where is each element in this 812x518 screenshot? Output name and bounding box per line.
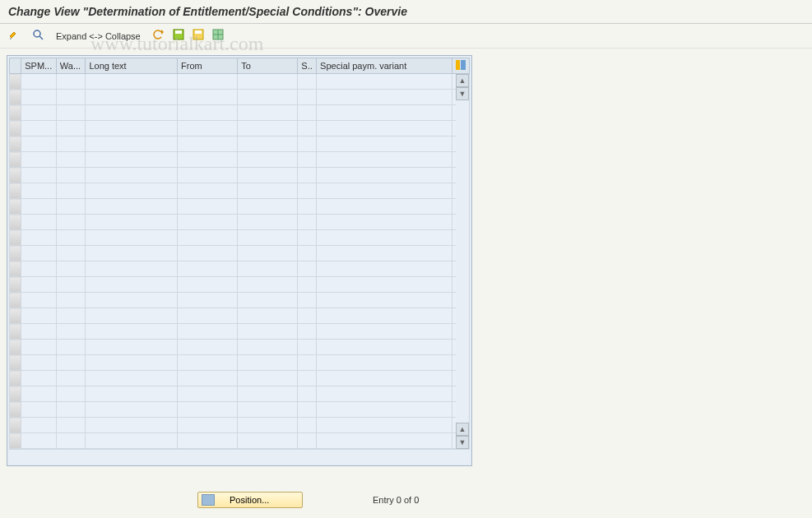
cell[interactable]	[178, 277, 238, 293]
scroll-down-arrow[interactable]: ▼	[456, 87, 469, 100]
table-row[interactable]	[10, 90, 470, 105]
table-row[interactable]	[10, 152, 470, 168]
cell[interactable]	[178, 183, 238, 199]
cell[interactable]	[298, 152, 317, 168]
table-row[interactable]	[10, 168, 470, 183]
cell[interactable]	[21, 136, 57, 152]
configure-columns-button[interactable]	[452, 58, 469, 74]
row-selector[interactable]	[10, 340, 21, 355]
row-selector[interactable]	[10, 199, 21, 215]
cell[interactable]	[86, 183, 178, 199]
cell[interactable]	[56, 277, 86, 293]
cell[interactable]	[238, 308, 298, 324]
cell[interactable]	[56, 293, 86, 308]
cell[interactable]	[298, 121, 317, 136]
cell[interactable]	[21, 418, 57, 433]
cell[interactable]	[298, 230, 317, 246]
cell[interactable]	[317, 355, 452, 371]
cell[interactable]	[238, 90, 298, 105]
cell[interactable]	[21, 74, 57, 90]
cell[interactable]	[238, 386, 298, 402]
cell[interactable]	[317, 168, 452, 183]
cell[interactable]	[238, 105, 298, 121]
row-selector[interactable]	[10, 324, 21, 340]
cell[interactable]	[21, 324, 57, 340]
cell[interactable]	[238, 199, 298, 215]
cell[interactable]	[317, 308, 452, 324]
row-selector[interactable]	[10, 355, 21, 371]
table-row[interactable]	[10, 230, 470, 246]
save-button[interactable]	[170, 27, 187, 44]
cell[interactable]	[178, 74, 238, 90]
cell[interactable]	[56, 121, 86, 136]
cell[interactable]	[86, 168, 178, 183]
cell[interactable]	[238, 418, 298, 433]
table-row[interactable]	[10, 386, 470, 402]
cell[interactable]	[56, 324, 86, 340]
cell[interactable]	[56, 308, 86, 324]
row-selector[interactable]	[10, 90, 21, 105]
cell[interactable]	[298, 183, 317, 199]
cell[interactable]	[178, 121, 238, 136]
cell[interactable]	[21, 121, 57, 136]
cell[interactable]	[317, 136, 452, 152]
cell[interactable]	[298, 324, 317, 340]
cell[interactable]	[86, 152, 178, 168]
cell[interactable]	[21, 199, 57, 215]
cell[interactable]	[238, 433, 298, 449]
table-row[interactable]	[10, 293, 470, 308]
cell[interactable]	[317, 371, 452, 386]
cell[interactable]	[298, 293, 317, 308]
cell[interactable]	[298, 90, 317, 105]
cell[interactable]	[86, 355, 178, 371]
cell[interactable]	[56, 261, 86, 277]
table-row[interactable]	[10, 340, 470, 355]
cell[interactable]	[56, 371, 86, 386]
cell[interactable]	[21, 308, 57, 324]
cell[interactable]	[86, 121, 178, 136]
cell[interactable]	[298, 386, 317, 402]
col-longtext[interactable]: Long text	[86, 58, 178, 74]
cell[interactable]	[238, 215, 298, 230]
cell[interactable]	[86, 230, 178, 246]
cell[interactable]	[56, 230, 86, 246]
table-row[interactable]	[10, 308, 470, 324]
cell[interactable]	[178, 402, 238, 418]
cell[interactable]	[56, 74, 86, 90]
cell[interactable]	[317, 246, 452, 261]
row-selector[interactable]	[10, 433, 21, 449]
cell[interactable]	[317, 215, 452, 230]
cell[interactable]	[56, 215, 86, 230]
table-row[interactable]	[10, 277, 470, 293]
cell[interactable]	[21, 433, 57, 449]
horizontal-scrollbar[interactable]	[9, 449, 470, 464]
cell[interactable]	[21, 355, 57, 371]
col-s[interactable]: S..	[298, 58, 317, 74]
cell[interactable]	[86, 324, 178, 340]
row-selector[interactable]	[10, 183, 21, 199]
table-row[interactable]	[10, 355, 470, 371]
toggle-display-change-button[interactable]	[7, 27, 26, 44]
cell[interactable]	[86, 261, 178, 277]
cell[interactable]	[298, 74, 317, 90]
cell[interactable]	[56, 418, 86, 433]
cell[interactable]	[178, 152, 238, 168]
table-row[interactable]	[10, 433, 470, 449]
cell[interactable]	[178, 246, 238, 261]
cell[interactable]	[178, 308, 238, 324]
cell[interactable]	[21, 246, 57, 261]
cell[interactable]	[238, 168, 298, 183]
cell[interactable]	[56, 183, 86, 199]
table-row[interactable]	[10, 402, 470, 418]
cell[interactable]	[56, 402, 86, 418]
cell[interactable]	[21, 183, 57, 199]
cell[interactable]	[86, 215, 178, 230]
cell[interactable]	[238, 293, 298, 308]
cell[interactable]	[56, 340, 86, 355]
cell[interactable]	[238, 324, 298, 340]
cell[interactable]	[178, 324, 238, 340]
table-row[interactable]	[10, 215, 470, 230]
cell[interactable]	[178, 371, 238, 386]
cell[interactable]	[86, 340, 178, 355]
cell[interactable]	[21, 230, 57, 246]
